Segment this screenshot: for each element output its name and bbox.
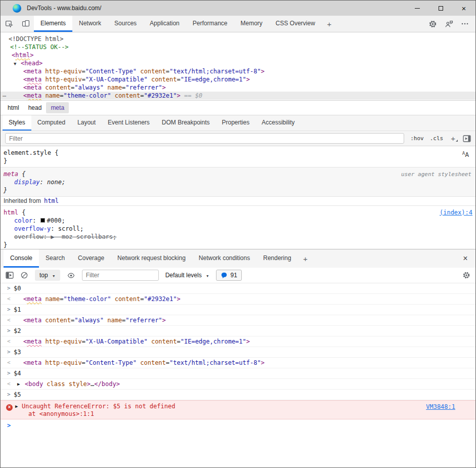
stylesheet-source-link[interactable]: (index):4 [440, 209, 472, 216]
font-size-toggle-icon[interactable] [462, 151, 469, 158]
console-input-chevron-icon: > [7, 390, 11, 400]
more-tabs-button[interactable]: + [322, 16, 337, 32]
styles-tab-dom-breakpoints[interactable]: DOM Breakpoints [156, 115, 216, 131]
styles-sidebar-tabs: StylesComputedLayoutEvent ListenersDOM B… [1, 115, 475, 131]
console-input-row[interactable]: >$0 [1, 283, 475, 294]
minimize-icon [415, 8, 420, 9]
styles-tab-event-listeners[interactable]: Event Listeners [102, 115, 156, 131]
panel-tab-memory[interactable]: Memory [234, 16, 269, 32]
toggle-element-state-button[interactable]: :hov [410, 135, 424, 142]
tab-label: Performance [193, 20, 228, 27]
tab-label: Rendering [263, 254, 291, 262]
expand-arrow-icon[interactable]: ▼ [14, 60, 16, 68]
dom-tree-line[interactable]: ▼<head> [1, 59, 475, 67]
show-computed-sidebar-button[interactable] [463, 135, 471, 142]
css-rule-line[interactable]: overflow: ▶ -moz-scrollbars; [1, 233, 475, 241]
dom-tree-line[interactable]: …<meta name="theme-color" content="#2932… [1, 92, 475, 100]
css-rule-line[interactable]: } [1, 157, 475, 165]
device-emulation-button[interactable] [17, 16, 34, 32]
styles-filter-bar: :hov .cls [1, 131, 475, 146]
console-settings-button[interactable] [462, 271, 470, 279]
dom-tree-line[interactable]: <meta content="always" name="referrer"> [1, 83, 475, 92]
console-output-row[interactable]: <▶<body class style>…</body> [1, 379, 475, 390]
drawer-tab-coverage[interactable]: Coverage [71, 249, 111, 268]
panel-tab-performance[interactable]: Performance [186, 16, 234, 32]
minimize-button[interactable] [406, 1, 429, 16]
css-rule-line[interactable]: display: none; [1, 178, 475, 186]
tab-label: Application [150, 20, 180, 27]
panel-tab-network[interactable]: Network [72, 16, 108, 32]
maximize-button[interactable] [429, 1, 452, 16]
panel-tab-sources[interactable]: Sources [108, 16, 143, 32]
drawer-tab-search[interactable]: Search [39, 249, 71, 268]
console-output-row[interactable]: <<meta content="always" name="referrer"> [1, 315, 475, 326]
titlebar: DevTools - www.baidu.com/ [1, 1, 475, 16]
panel-tab-css-overview[interactable]: CSS Overview [269, 16, 322, 32]
dom-tree-line[interactable]: <meta http-equiv="Content-Type" content=… [1, 67, 475, 75]
dom-tree-line[interactable]: <!DOCTYPE html> [1, 35, 475, 43]
close-button[interactable] [452, 1, 475, 16]
create-live-expression-button[interactable] [67, 272, 75, 279]
close-drawer-button[interactable] [455, 249, 475, 268]
dom-tree-line[interactable]: <!--STATUS OK--> [1, 43, 475, 51]
log-levels-selector[interactable]: Default levels [165, 272, 209, 279]
clear-console-button[interactable] [20, 271, 28, 279]
drawer-tab-network-conditions[interactable]: Network conditions [192, 249, 256, 268]
console-input-row[interactable]: >$5 [1, 390, 475, 400]
breadcrumb-item-meta[interactable]: meta [46, 102, 69, 113]
expand-arrow-icon[interactable]: ▶ [17, 379, 20, 389]
more-drawer-tabs-button[interactable]: + [298, 249, 313, 268]
console-input-row[interactable]: >$2 [1, 326, 475, 336]
console-input-row[interactable]: >$1 [1, 305, 475, 315]
tab-label: Memory [241, 20, 263, 27]
styles-filter-input[interactable] [5, 133, 404, 144]
console-input-row[interactable]: >$4 [1, 368, 475, 379]
console-prompt[interactable]: > [1, 419, 475, 432]
breadcrumb-item-head[interactable]: head [24, 102, 47, 113]
feedback-button[interactable] [442, 17, 455, 30]
more-options-button[interactable] [458, 17, 471, 30]
console-output-row[interactable]: <<meta name="theme-color" content="#2932… [1, 294, 475, 305]
breadcrumb-item-html[interactable]: html [3, 102, 24, 113]
css-rule-line[interactable]: element.style { [1, 149, 475, 157]
inherited-node-link[interactable]: html [44, 197, 59, 204]
css-rule-line[interactable]: } [1, 241, 475, 249]
issues-counter-button[interactable]: 91 [216, 270, 242, 281]
panel-tab-elements[interactable]: Elements [34, 16, 72, 32]
console-filter-input[interactable] [82, 270, 159, 281]
error-source-link[interactable]: VM3848:1 [426, 403, 455, 411]
inspect-element-button[interactable] [1, 16, 17, 32]
show-console-sidebar-button[interactable] [6, 272, 14, 279]
console-output-row[interactable]: <<meta http-equiv="X-UA-Compatible" cont… [1, 336, 475, 347]
console-error-row[interactable]: ×▶Uncaught ReferenceError: $5 is not def… [1, 400, 475, 419]
drawer-tab-rendering[interactable]: Rendering [256, 249, 297, 268]
console-output-row[interactable]: <<meta http-equiv="Content-Type" content… [1, 358, 475, 368]
styles-tab-properties[interactable]: Properties [216, 115, 256, 131]
color-swatch[interactable] [40, 218, 45, 223]
panel-tab-application[interactable]: Application [143, 16, 186, 32]
console-command: $3 [14, 349, 21, 356]
css-rule-line[interactable]: } [1, 186, 475, 194]
drawer-tab-console[interactable]: Console [4, 249, 39, 268]
console-input-row[interactable]: >$3 [1, 347, 475, 358]
console-input-chevron-icon: > [7, 347, 11, 357]
styles-tab-layout[interactable]: Layout [71, 115, 102, 131]
drawer-tab-network-request-blocking[interactable]: Network request blocking [111, 249, 192, 268]
new-style-rule-button[interactable] [449, 134, 457, 143]
expand-arrow-icon[interactable]: ▶ [15, 403, 18, 410]
overflow-menu-icon[interactable]: … [3, 91, 7, 99]
eye-icon [67, 272, 75, 279]
settings-button[interactable] [426, 17, 439, 30]
issues-bubble-icon [221, 272, 228, 279]
css-rule-line[interactable]: overflow-y: scroll; [1, 225, 475, 233]
console-output-chevron-icon: < [7, 336, 11, 347]
javascript-context-selector[interactable]: top [35, 270, 60, 281]
styles-tab-accessibility[interactable]: Accessibility [255, 115, 300, 131]
styles-tab-styles[interactable]: Styles [3, 115, 31, 131]
css-rule-line[interactable]: color: #000; [1, 217, 475, 225]
element-classes-button[interactable]: .cls [430, 135, 444, 142]
dom-tree-line[interactable]: <html> [1, 51, 475, 59]
styles-tab-computed[interactable]: Computed [31, 115, 71, 131]
css-rule-line[interactable]: html { [1, 208, 475, 217]
dom-tree-line[interactable]: <meta http-equiv="X-UA-Compatible" conte… [1, 75, 475, 83]
